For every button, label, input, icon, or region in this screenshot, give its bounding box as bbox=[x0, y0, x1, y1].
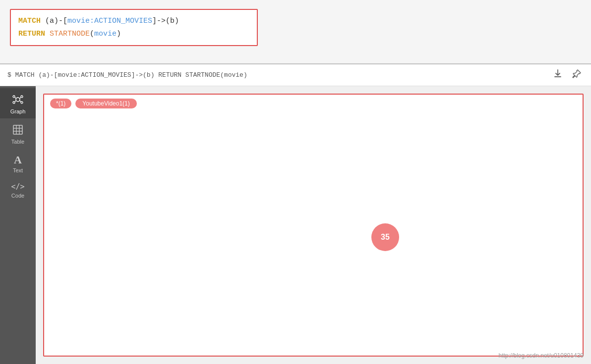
svg-line-8 bbox=[20, 101, 21, 102]
graph-container: *(1) YoutubeVideo1(1) 35 bbox=[43, 94, 584, 357]
node-circle[interactable]: 35 bbox=[371, 223, 399, 251]
sidebar-label-graph: Graph bbox=[10, 108, 26, 114]
code-line-1: MATCH (a)-[movie:ACTION_MOVIES]->(b) bbox=[18, 15, 249, 28]
svg-point-2 bbox=[21, 96, 23, 98]
svg-point-3 bbox=[13, 102, 15, 104]
code-rel-label: movie:ACTION_MOVIES bbox=[67, 17, 152, 25]
query-bar: $ MATCH (a)-[movie:ACTION_MOVIES]->(b) R… bbox=[0, 64, 591, 86]
node-value: 35 bbox=[381, 233, 390, 242]
svg-point-0 bbox=[16, 98, 20, 102]
svg-line-5 bbox=[15, 98, 16, 99]
code-editor-box: MATCH (a)-[movie:ACTION_MOVIES]->(b) RET… bbox=[10, 9, 258, 46]
query-actions bbox=[551, 67, 584, 83]
func-startnode: STARTNODE bbox=[50, 30, 90, 38]
svg-point-1 bbox=[13, 96, 15, 98]
graph-panel: *(1) YoutubeVideo1(1) 35 bbox=[36, 86, 591, 364]
pin-button[interactable] bbox=[570, 67, 584, 83]
code-paren-b: ]->(b) bbox=[152, 17, 179, 25]
watermark-text: http://blog.csdn.net/u010801439 bbox=[499, 352, 584, 359]
star-badge: *(1) bbox=[50, 99, 71, 108]
sidebar-label-table: Table bbox=[11, 139, 24, 145]
sidebar-item-graph[interactable]: Graph bbox=[0, 88, 36, 118]
code-paren-a: (a)-[ bbox=[45, 17, 67, 25]
sidebar-item-code[interactable]: </> Code bbox=[0, 177, 36, 203]
node-badge: YoutubeVideo1(1) bbox=[75, 99, 136, 108]
svg-line-7 bbox=[15, 101, 16, 102]
graph-toolbar: *(1) YoutubeVideo1(1) bbox=[44, 95, 583, 112]
svg-point-4 bbox=[21, 102, 23, 104]
code-func-close: ) bbox=[117, 30, 121, 38]
query-text: $ MATCH (a)-[movie:ACTION_MOVIES]->(b) R… bbox=[7, 71, 247, 79]
sidebar-label-text: Text bbox=[13, 167, 23, 173]
pin-icon bbox=[572, 69, 582, 79]
sidebar-label-code: Code bbox=[11, 193, 24, 199]
download-button[interactable] bbox=[551, 67, 565, 83]
sidebar-item-table[interactable]: Table bbox=[0, 118, 36, 149]
graph-icon bbox=[12, 94, 23, 106]
code-func-open: ( bbox=[90, 30, 94, 38]
main-area: Graph Table A Text </> Code bbox=[0, 86, 591, 364]
download-icon bbox=[553, 69, 563, 79]
sidebar-item-text[interactable]: A Text bbox=[0, 149, 36, 177]
code-icon: </> bbox=[11, 183, 24, 191]
code-line-2: RETURN STARTNODE(movie) bbox=[18, 28, 249, 41]
text-icon: A bbox=[14, 155, 22, 165]
keyword-return: RETURN bbox=[18, 30, 45, 38]
svg-rect-9 bbox=[13, 125, 22, 134]
code-param-movie: movie bbox=[94, 30, 117, 38]
svg-line-6 bbox=[20, 98, 21, 99]
keyword-match: MATCH bbox=[18, 17, 41, 25]
sidebar: Graph Table A Text </> Code bbox=[0, 86, 36, 364]
top-section: MATCH (a)-[movie:ACTION_MOVIES]->(b) RET… bbox=[0, 0, 591, 64]
watermark: http://blog.csdn.net/u010801439 bbox=[499, 352, 584, 359]
table-icon bbox=[12, 124, 23, 137]
